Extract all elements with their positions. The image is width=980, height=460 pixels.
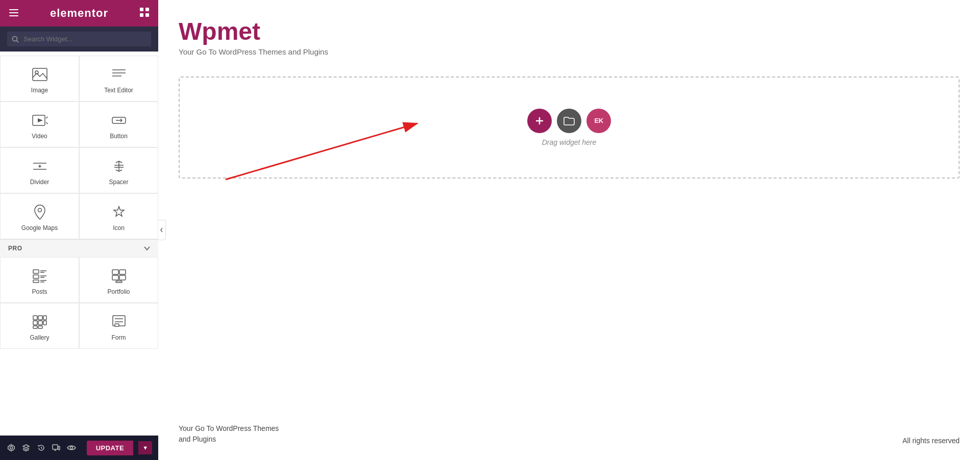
add-section-button[interactable] [527,109,552,133]
svg-rect-62 [53,445,58,449]
grid-icon[interactable] [140,8,149,19]
svg-rect-44 [119,275,126,280]
video-icon [31,111,49,130]
svg-point-31 [38,209,41,212]
collapse-handle[interactable] [158,220,166,240]
footer-right: All rights reserved [902,437,960,445]
update-arrow-button[interactable]: ▼ [138,441,152,454]
widget-posts-label: Posts [32,288,47,295]
eye-icon[interactable] [66,441,77,455]
svg-line-27 [116,170,119,171]
hamburger-icon[interactable] [9,8,18,19]
svg-line-16 [46,117,48,118]
svg-rect-4 [145,8,149,11]
widget-text-editor-label: Text Editor [104,87,133,94]
widget-video[interactable]: Video [0,101,79,147]
ek-label: EK [594,117,603,124]
page-subtitle: Your Go To WordPress Themes and Plugins [179,47,960,56]
page-footer: Your Go To WordPress Themesand Plugins A… [158,408,980,460]
update-button[interactable]: UPDATE [87,441,133,455]
widget-image-label: Image [31,87,48,94]
history-icon[interactable] [36,441,46,455]
svg-rect-50 [38,321,42,325]
elementor-logo: elementor [50,7,108,20]
widget-button[interactable]: Button [79,101,158,147]
svg-line-8 [17,40,19,42]
widget-divider[interactable]: Divider [0,147,79,193]
layers-icon[interactable] [21,441,32,455]
google-maps-icon [31,203,49,221]
text-editor-icon [110,65,128,84]
svg-line-67 [226,123,417,180]
responsive-icon[interactable] [52,441,62,455]
svg-marker-59 [23,445,29,448]
widget-text-editor[interactable]: Text Editor [79,56,158,101]
svg-rect-3 [140,8,143,11]
form-icon [110,313,128,331]
folder-button[interactable] [557,109,581,133]
svg-rect-45 [116,281,122,283]
widget-gallery-label: Gallery [30,334,49,341]
svg-rect-9 [33,68,47,81]
widget-form[interactable]: Form [79,303,158,349]
action-buttons: EK [527,109,611,133]
widget-google-maps[interactable]: Google Maps [0,193,79,239]
widget-video-label: Video [32,133,47,140]
search-bar [0,27,158,52]
widget-image[interactable]: Image [0,56,79,101]
widget-gallery[interactable]: Gallery [0,303,79,349]
bottom-bar: UPDATE ▼ [0,436,158,460]
svg-rect-47 [38,316,42,320]
svg-rect-32 [33,270,39,273]
sidebar-header: elementor [0,0,158,27]
main-canvas: Wpmet Your Go To WordPress Themes and Pl… [158,0,980,460]
pro-section-chevron [144,246,150,250]
posts-icon [31,267,49,285]
widget-portfolio[interactable]: Portfolio [79,257,158,303]
widget-posts[interactable]: Posts [0,257,79,303]
drop-zone[interactable]: EK Drag widget here [179,76,960,178]
pro-section-header[interactable]: PRO [0,239,158,257]
button-icon [110,111,128,130]
widget-portfolio-label: Portfolio [107,288,130,295]
svg-point-58 [10,447,12,449]
divider-icon [31,157,49,175]
search-input[interactable] [7,32,151,46]
portfolio-icon [110,267,128,285]
drop-zone-actions: EK Drag widget here [527,109,611,146]
svg-line-25 [116,161,119,163]
svg-rect-51 [43,321,46,325]
svg-rect-6 [145,13,149,17]
svg-rect-0 [9,9,18,10]
sidebar: elementor [0,0,158,460]
svg-rect-63 [58,446,60,450]
footer-left-text: Your Go To WordPress Themesand Plugins [179,424,279,443]
svg-rect-53 [38,326,42,328]
svg-rect-38 [33,280,39,283]
widget-list: Image Text Editor [0,52,158,436]
widget-divider-label: Divider [30,178,49,186]
ek-button[interactable]: EK [586,109,611,133]
svg-rect-1 [9,12,18,13]
svg-point-7 [13,36,17,41]
svg-rect-42 [119,270,126,274]
settings-icon[interactable] [6,441,16,455]
svg-rect-5 [140,13,143,17]
widget-spacer-label: Spacer [109,178,128,186]
svg-line-28 [119,170,122,171]
widget-icon[interactable]: Icon [79,193,158,239]
svg-point-65 [70,447,72,449]
canvas-content: Wpmet Your Go To WordPress Themes and Pl… [158,0,980,460]
svg-rect-52 [33,326,37,328]
svg-rect-57 [115,324,119,326]
image-icon [31,65,49,84]
svg-rect-43 [112,275,118,280]
svg-rect-49 [33,321,37,325]
widget-spacer[interactable]: Spacer [79,147,158,193]
widget-button-label: Button [110,133,128,140]
pro-widget-grid: Posts Portfolio [0,257,158,349]
svg-line-26 [119,161,122,163]
spacer-icon [110,157,128,175]
svg-rect-2 [9,15,18,16]
page-title: Wpmet [179,18,960,45]
